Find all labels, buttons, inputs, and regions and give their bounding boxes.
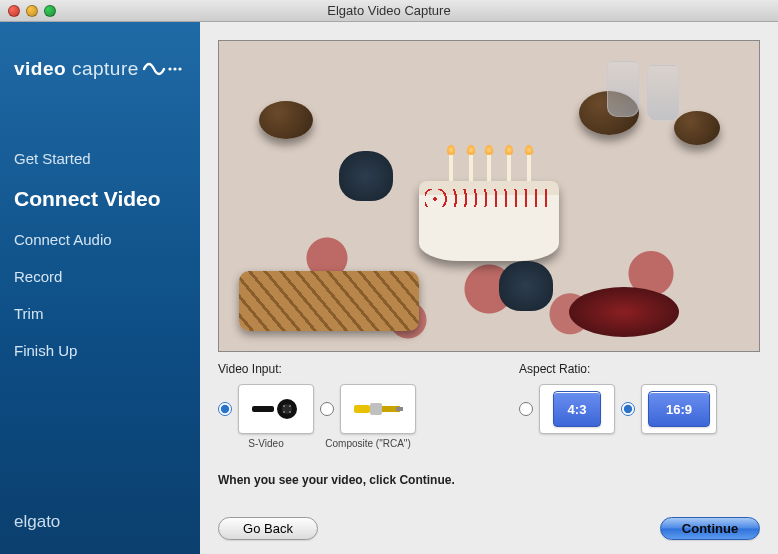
content-pane: Video Input: xyxy=(200,22,778,554)
waveform-icon xyxy=(143,58,185,80)
logo-word-2: capture xyxy=(72,58,139,79)
svg-rect-3 xyxy=(252,406,274,412)
aspect-16-9-swatch: 16:9 xyxy=(648,391,710,427)
svg-point-9 xyxy=(289,411,291,413)
sidebar: video capture Get Started Connect Video … xyxy=(0,22,200,554)
aspect-4-3-swatch: 4:3 xyxy=(553,391,601,427)
svg-point-0 xyxy=(168,67,171,70)
video-input-group: Video Input: xyxy=(218,362,459,449)
svg-point-7 xyxy=(289,405,291,407)
wizard-steps: Get Started Connect Video Connect Audio … xyxy=(0,150,200,379)
step-connect-audio[interactable]: Connect Audio xyxy=(14,231,186,248)
aspect-ratio-label: Aspect Ratio: xyxy=(519,362,760,376)
aspect-ratio-radio-4-3[interactable] xyxy=(519,402,533,416)
continue-button[interactable]: Continue xyxy=(660,517,760,540)
video-input-option-svideo[interactable]: S-Video xyxy=(218,384,314,449)
aspect-ratio-option-4-3[interactable]: 4:3 xyxy=(519,384,615,434)
logo-word-1: video xyxy=(14,58,66,79)
step-connect-video[interactable]: Connect Video xyxy=(14,187,186,211)
video-input-option-svideo-label: S-Video xyxy=(248,438,283,449)
titlebar: Elgato Video Capture xyxy=(0,0,778,22)
svg-point-8 xyxy=(283,411,285,413)
svg-rect-13 xyxy=(396,407,403,411)
video-input-radio-rca[interactable] xyxy=(320,402,334,416)
svg-point-2 xyxy=(178,67,181,70)
video-input-option-rca[interactable]: Composite ("RCA") xyxy=(320,384,416,449)
svideo-connector-icon xyxy=(238,384,314,434)
brand-name: elgato xyxy=(0,512,200,554)
video-preview xyxy=(218,40,760,352)
footer-buttons: Go Back Continue xyxy=(218,503,760,540)
window-controls xyxy=(8,5,56,17)
rca-connector-icon xyxy=(340,384,416,434)
go-back-button[interactable]: Go Back xyxy=(218,517,318,540)
minimize-window-button[interactable] xyxy=(26,5,38,17)
svg-rect-10 xyxy=(354,405,370,413)
svg-rect-11 xyxy=(370,403,382,415)
zoom-window-button[interactable] xyxy=(44,5,56,17)
aspect-ratio-group: Aspect Ratio: 4:3 xyxy=(519,362,760,449)
step-finish-up[interactable]: Finish Up xyxy=(14,342,186,359)
aspect-ratio-option-16-9[interactable]: 16:9 xyxy=(621,384,717,434)
svg-point-1 xyxy=(173,67,176,70)
close-window-button[interactable] xyxy=(8,5,20,17)
step-get-started[interactable]: Get Started xyxy=(14,150,186,167)
aspect-ratio-radio-16-9[interactable] xyxy=(621,402,635,416)
instruction-text: When you see your video, click Continue. xyxy=(218,473,760,487)
step-record[interactable]: Record xyxy=(14,268,186,285)
step-trim[interactable]: Trim xyxy=(14,305,186,322)
svg-point-6 xyxy=(283,405,285,407)
video-input-radio-svideo[interactable] xyxy=(218,402,232,416)
video-input-label: Video Input: xyxy=(218,362,459,376)
video-input-option-rca-label: Composite ("RCA") xyxy=(325,438,410,449)
window-title: Elgato Video Capture xyxy=(0,3,778,18)
app-logo: video capture xyxy=(0,22,200,90)
